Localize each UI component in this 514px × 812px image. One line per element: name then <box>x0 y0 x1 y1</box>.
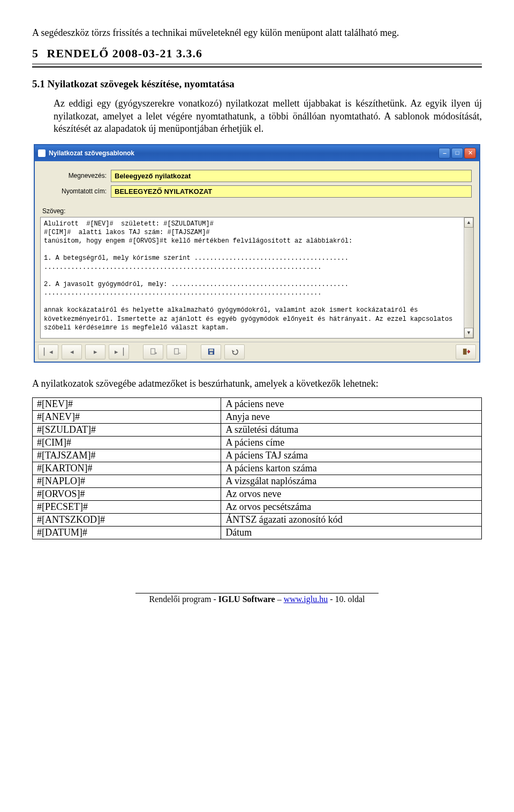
body-paragraph-2: A nyilatkozatok szövegébe adatmezőket is… <box>32 378 482 390</box>
field-code-cell: #[ANEV]# <box>33 410 221 423</box>
last-record-button[interactable]: ▸▕ <box>109 344 129 359</box>
table-row: #[KARTON]#A páciens karton száma <box>33 462 482 475</box>
first-record-button[interactable]: ▏◂ <box>38 344 58 359</box>
vertical-scrollbar[interactable]: ▲ ▼ <box>464 217 473 338</box>
svg-rect-6 <box>209 349 213 351</box>
field-code-cell: #[DATUM]# <box>33 526 221 539</box>
field-code-cell: #[CIM]# <box>33 436 221 449</box>
nyomcim-label: Nyomtatott cím: <box>42 187 111 195</box>
field-desc-cell: A páciens TAJ száma <box>221 449 482 462</box>
field-desc-cell: Az orvos neve <box>221 487 482 500</box>
footer-prefix: Rendelői program - <box>149 595 216 604</box>
scroll-up-icon[interactable]: ▲ <box>464 217 473 228</box>
record-toolbar: ▏◂ ◂ ▸ ▸▕ <box>35 342 479 362</box>
field-desc-cell: A születési dátuma <box>221 423 482 436</box>
svg-rect-8 <box>463 349 466 355</box>
footer-link[interactable]: www.iglu.hu <box>284 595 328 604</box>
table-row: #[TAJSZAM]#A páciens TAJ száma <box>33 449 482 462</box>
door-exit-icon <box>462 348 470 356</box>
field-code-cell: #[SZULDAT]# <box>33 423 221 436</box>
field-desc-cell: Az orvos pecsétszáma <box>221 500 482 513</box>
field-desc-cell: A páciens címe <box>221 436 482 449</box>
table-row: #[PECSET]#Az orvos pecsétszáma <box>33 500 482 513</box>
footer-suffix: - 10. oldal <box>330 595 365 604</box>
nyomcim-input[interactable] <box>111 185 472 198</box>
field-desc-cell: Anyja neve <box>221 410 482 423</box>
body-paragraph-1: Az eddigi egy (gyógyszerekre vonatkozó) … <box>54 97 482 135</box>
close-button[interactable]: ✕ <box>464 148 476 159</box>
section-heading: 5 RENDELŐ 2008-03-21 3.3.6 <box>32 47 482 61</box>
table-row: #[ORVOS]#Az orvos neve <box>33 487 482 500</box>
document-minus-icon <box>173 348 181 356</box>
svg-rect-0 <box>150 349 155 354</box>
textarea-wrap: Alulírott #[NEV]# született: #[SZULDATUM… <box>40 217 474 339</box>
document-plus-icon <box>149 348 157 356</box>
field-desc-cell: Dátum <box>221 526 482 539</box>
app-icon <box>38 149 46 157</box>
field-desc-cell: A páciens neve <box>221 397 482 410</box>
rule-thick <box>32 66 482 67</box>
page-footer: Rendelői program - IGLU Software – www.i… <box>32 593 482 604</box>
window-titlebar[interactable]: Nyilatkozat szövegsablonok ‒ □ ✕ <box>35 145 479 161</box>
field-code-cell: #[NAPLO]# <box>33 475 221 487</box>
delete-record-button[interactable] <box>167 344 187 359</box>
field-desc-cell: ÁNTSZ ágazati azonosító kód <box>221 513 482 526</box>
table-row: #[NEV]#A páciens neve <box>33 397 482 410</box>
floppy-icon <box>207 348 215 356</box>
subsection-title: Nyilatkozat szövegek készítése, nyomtatá… <box>48 78 235 89</box>
prev-record-button[interactable]: ◂ <box>62 344 82 359</box>
field-desc-cell: A páciens karton száma <box>221 462 482 475</box>
dialog-window: Nyilatkozat szövegsablonok ‒ □ ✕ Megneve… <box>34 144 480 363</box>
field-code-cell: #[NEV]# <box>33 397 221 410</box>
minimize-button[interactable]: ‒ <box>439 148 450 159</box>
svg-rect-7 <box>209 352 213 355</box>
next-record-button[interactable]: ▸ <box>85 344 105 359</box>
table-row: #[SZULDAT]#A születési dátuma <box>33 423 482 436</box>
table-row: #[DATUM]#Dátum <box>33 526 482 539</box>
form-area: Megnevezés: Nyomtatott cím: <box>35 161 479 204</box>
footer-rule <box>135 593 379 593</box>
maximize-button[interactable]: □ <box>451 148 463 159</box>
template-textarea[interactable]: Alulírott #[NEV]# született: #[SZULDATUM… <box>41 217 464 338</box>
undo-icon <box>231 348 239 356</box>
table-row: #[NAPLO]#A vizsgálat naplószáma <box>33 475 482 487</box>
table-row: #[CIM]#A páciens címe <box>33 436 482 449</box>
scroll-down-icon[interactable]: ▼ <box>464 328 473 338</box>
svg-rect-3 <box>174 349 178 354</box>
footer-dash: – <box>277 595 282 604</box>
szoveg-label: Szöveg: <box>35 204 479 215</box>
window-title: Nyilatkozat szövegsablonok <box>49 149 437 157</box>
undo-button[interactable] <box>224 344 245 359</box>
subsection-number: 5.1 <box>32 78 45 89</box>
fields-table: #[NEV]#A páciens neve#[ANEV]#Anyja neve#… <box>32 397 482 539</box>
table-row: #[ANTSZKOD]#ÁNTSZ ágazati azonosító kód <box>33 513 482 526</box>
intro-text: A segédeszköz törzs frissítés a technika… <box>32 27 482 39</box>
field-code-cell: #[KARTON]# <box>33 462 221 475</box>
subsection-heading: 5.1 Nyilatkozat szövegek készítése, nyom… <box>32 78 482 90</box>
field-code-cell: #[ANTSZKOD]# <box>33 513 221 526</box>
exit-button[interactable] <box>456 344 476 359</box>
save-button[interactable] <box>201 344 221 359</box>
footer-brand: IGLU Software <box>218 595 275 604</box>
scroll-track[interactable] <box>464 228 473 328</box>
megnevezes-label: Megnevezés: <box>42 172 111 179</box>
table-row: #[ANEV]#Anyja neve <box>33 410 482 423</box>
megnevezes-input[interactable] <box>111 170 472 182</box>
field-desc-cell: A vizsgálat naplószáma <box>221 475 482 487</box>
new-record-button[interactable] <box>143 344 163 359</box>
section-title: RENDELŐ 2008-03-21 3.3.6 <box>47 47 202 60</box>
rule-thin <box>32 64 482 64</box>
field-code-cell: #[PECSET]# <box>33 500 221 513</box>
field-code-cell: #[ORVOS]# <box>33 487 221 500</box>
field-code-cell: #[TAJSZAM]# <box>33 449 221 462</box>
section-number: 5 <box>32 47 39 60</box>
